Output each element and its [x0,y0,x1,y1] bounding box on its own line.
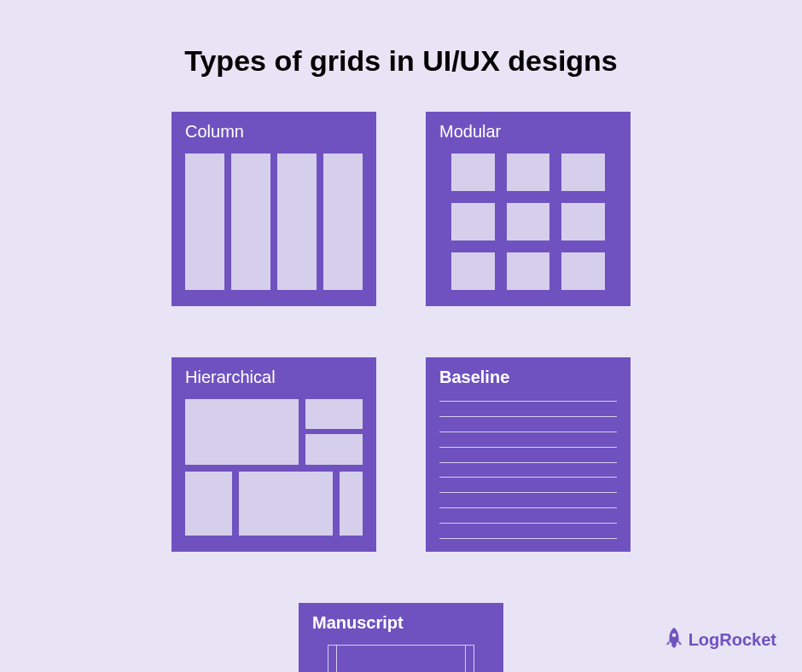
grid-card-baseline: Baseline [426,357,631,552]
baseline-line [439,432,617,432]
baseline-grid-diagram [439,399,617,539]
logrocket-logo: LogRocket [665,627,776,653]
hierarchical-grid-diagram [185,399,363,536]
manuscript-vline [336,645,337,672]
hier-cell [305,434,363,464]
baseline-line [439,477,617,478]
column-cell [185,154,224,290]
modular-grid-diagram [451,154,605,290]
grid-label-modular: Modular [439,122,617,142]
hier-cell [185,399,299,465]
baseline-line [439,538,617,539]
modular-cell [451,203,495,240]
page-title: Types of grids in UI/UX designs [0,0,802,112]
grids-container: Column Modular Hierarchical [0,112,802,672]
hier-cell [340,472,363,536]
baseline-line [439,401,617,402]
modular-cell [507,252,550,290]
hier-cell [185,472,232,536]
hier-top-row [185,399,363,465]
baseline-line [439,507,617,508]
grid-label-baseline: Baseline [439,368,617,387]
grid-card-manuscript: Manuscript [299,603,503,672]
modular-cell [451,252,495,290]
column-cell [323,154,363,290]
baseline-line [439,523,617,524]
column-cell [231,154,270,290]
manuscript-grid-diagram [312,645,490,672]
baseline-line [439,416,617,417]
baseline-line [439,462,617,463]
grid-card-column: Column [171,112,376,306]
grid-label-column: Column [185,122,363,142]
modular-cell [507,203,550,240]
manuscript-vline [465,645,466,672]
modular-cell [451,154,495,191]
grid-card-hierarchical: Hierarchical [171,357,376,552]
modular-cell [561,252,605,290]
grid-label-hierarchical: Hierarchical [185,368,363,387]
hier-right-stack [305,399,363,465]
manuscript-frame [328,645,474,672]
logo-text: LogRocket [689,630,776,650]
grid-card-modular: Modular [426,112,631,306]
hier-cell [305,399,363,429]
baseline-line [439,447,617,448]
hier-bottom-row [185,472,363,536]
hier-cell [239,472,333,536]
grid-label-manuscript: Manuscript [312,613,490,633]
modular-cell [561,203,605,240]
rocket-icon [665,627,683,653]
modular-cell [561,154,605,191]
modular-cell [507,154,550,191]
baseline-line [439,492,617,493]
column-cell [277,154,317,290]
column-grid-diagram [185,154,363,290]
